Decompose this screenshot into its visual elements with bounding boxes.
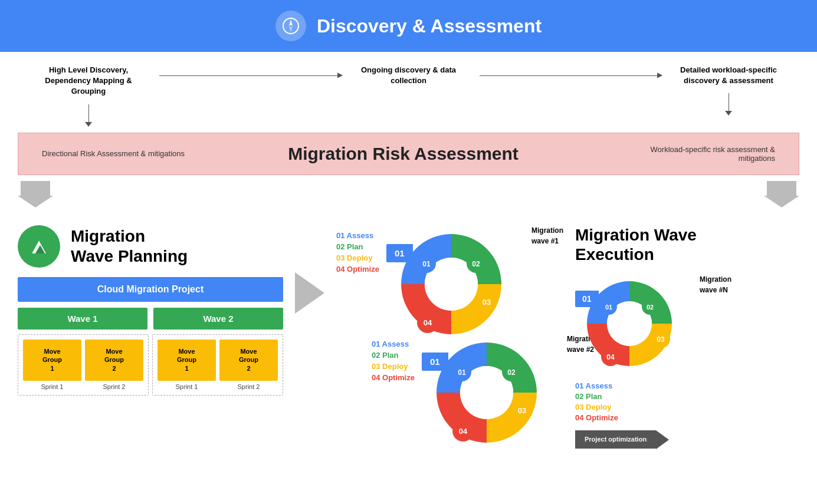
execution-title: Migration WaveExecution xyxy=(575,225,799,265)
wave-n-donut-area: 01 01 02 03 04 Migrationwave #N xyxy=(575,274,684,377)
wave-1-box: Wave 1 xyxy=(18,308,147,330)
wave-1-donut-area: 01 01 xyxy=(386,225,516,345)
phase-03-deploy: 03 Deploy xyxy=(336,253,372,262)
sprint-label-1-2: Sprint 2 xyxy=(103,383,126,390)
risk-left: Directional Risk Assessment & mitigation… xyxy=(42,149,185,158)
project-opt-label: Project optimization xyxy=(575,430,656,449)
sprint-label-1-1: Sprint 1 xyxy=(41,383,64,390)
project-opt-row: Project optimization xyxy=(575,430,799,449)
waves-row: Wave 1 Wave 2 xyxy=(18,308,283,330)
move-group-col-1: MoveGroup1 Sprint 1 xyxy=(23,340,81,390)
svg-text:03: 03 xyxy=(518,406,526,415)
page-title: Discovery & Assessment xyxy=(317,15,542,37)
compass-icon xyxy=(275,11,306,41)
svg-text:02: 02 xyxy=(472,260,480,268)
right-arrow xyxy=(295,225,324,314)
arrow-line-1 xyxy=(159,65,338,76)
sprint-label-2-2: Sprint 2 xyxy=(238,383,260,390)
svg-marker-1 xyxy=(289,19,293,26)
svg-text:02: 02 xyxy=(507,368,516,377)
phase2-04: 04 Optimize xyxy=(372,373,415,382)
phaseN-02: 02 Plan xyxy=(575,392,799,401)
svg-text:04: 04 xyxy=(424,318,432,327)
discovery-right: Detailed workload-specific discovery & a… xyxy=(670,65,788,116)
phaseN-01: 01 Assess xyxy=(575,381,799,390)
header: Discovery & Assessment xyxy=(0,0,817,52)
wave-2-cycle: 01 Assess 02 Plan 03 Deploy 04 Optimize … xyxy=(372,334,563,454)
wave-2-tab: 01 xyxy=(422,353,448,371)
wave-n-donut-svg: 01 02 03 04 xyxy=(575,274,684,374)
wave-1-tab: 01 xyxy=(386,244,413,262)
risk-center: Migration Risk Assessment xyxy=(288,144,519,164)
execution-panel: Migration WaveExecution 01 01 02 03 xyxy=(575,225,799,449)
svg-text:01: 01 xyxy=(458,368,466,377)
wave-1-donut-svg: 01 02 03 04 xyxy=(386,225,516,343)
wave-planning-panel: MigrationWave Planning Cloud Migration P… xyxy=(18,225,283,396)
svg-text:03: 03 xyxy=(657,335,665,344)
big-arrow-right xyxy=(764,181,799,207)
cloud-project-bar: Cloud Migration Project xyxy=(18,277,283,302)
discovery-left: High Level Discovery, Dependency Mapping… xyxy=(29,65,147,127)
wave-2-donut-svg: 01 02 03 04 xyxy=(422,334,552,452)
wave-n-label: Migrationwave #N xyxy=(700,274,731,295)
move-group-2-1: MoveGroup1 xyxy=(158,340,216,381)
svg-marker-2 xyxy=(289,26,293,32)
move-group-1-2: MoveGroup2 xyxy=(85,340,143,381)
wave-icon xyxy=(18,225,60,268)
wave-n-phases: 01 Assess 02 Plan 03 Deploy 04 Optimize xyxy=(575,381,799,422)
svg-text:03: 03 xyxy=(483,298,491,307)
wave-2-donut-area: 01 01 02 03 04 Migrationwave #2 xyxy=(422,334,552,454)
move-group-2-2: MoveGroup2 xyxy=(219,340,278,381)
phase-04-optimize: 04 Optimize xyxy=(336,265,379,274)
wave-n-cycle: 01 01 02 03 04 Migrationwave #N xyxy=(575,274,799,377)
phase-02-plan: 02 Plan xyxy=(336,242,363,251)
svg-text:04: 04 xyxy=(606,353,615,361)
sprint-label-2-1: Sprint 1 xyxy=(176,383,198,390)
move-group-col-3: MoveGroup1 Sprint 1 xyxy=(158,340,216,390)
risk-banner: Directional Risk Assessment & mitigation… xyxy=(18,133,799,175)
arrow-line-2 xyxy=(480,65,658,76)
wave-2-section: MoveGroup1 Sprint 1 MoveGroup2 Sprint 2 xyxy=(152,334,283,396)
risk-right: Workload-specific risk assessment & miti… xyxy=(622,145,775,163)
wave-n-tab: 01 xyxy=(575,291,599,307)
project-opt-arrow-tip xyxy=(656,430,669,449)
phaseN-04: 04 Optimize xyxy=(575,413,799,422)
right-arrow-shape xyxy=(295,272,324,314)
wave-1-section: MoveGroup1 Sprint 1 MoveGroup2 Sprint 2 xyxy=(18,334,149,396)
wave-1-cycle: 01 Assess 02 Plan 03 Deploy 04 Optimize … xyxy=(336,225,563,345)
wave-planning-title: MigrationWave Planning xyxy=(71,226,188,266)
phase-01-assess: 01 Assess xyxy=(336,231,373,240)
big-arrows xyxy=(18,175,799,213)
wave-2-box: Wave 2 xyxy=(153,308,283,330)
move-groups-row: MoveGroup1 Sprint 1 MoveGroup2 Sprint 2 … xyxy=(18,334,283,396)
move-group-1-1: MoveGroup1 xyxy=(23,340,81,381)
svg-text:01: 01 xyxy=(422,260,431,268)
phase2-02: 02 Plan xyxy=(372,351,399,360)
main-content: MigrationWave Planning Cloud Migration P… xyxy=(0,213,817,466)
wave-cycles-panel: 01 Assess 02 Plan 03 Deploy 04 Optimize … xyxy=(336,225,563,454)
wave-1-label: Migrationwave #1 xyxy=(531,225,563,246)
move-group-col-4: MoveGroup2 Sprint 2 xyxy=(219,340,278,390)
wave-planning-header: MigrationWave Planning xyxy=(18,225,283,268)
wave-1-phases: 01 Assess 02 Plan 03 Deploy 04 Optimize xyxy=(336,225,379,274)
svg-text:01: 01 xyxy=(605,304,612,311)
move-group-col-2: MoveGroup2 Sprint 2 xyxy=(85,340,143,390)
svg-text:02: 02 xyxy=(647,304,654,311)
phaseN-03: 03 Deploy xyxy=(575,403,799,411)
discovery-middle: Ongoing discovery & data collection xyxy=(350,65,468,86)
discovery-row: High Level Discovery, Dependency Mapping… xyxy=(0,52,817,133)
svg-text:04: 04 xyxy=(459,427,468,436)
big-arrow-left xyxy=(18,181,53,207)
phase2-03: 03 Deploy xyxy=(372,362,408,371)
